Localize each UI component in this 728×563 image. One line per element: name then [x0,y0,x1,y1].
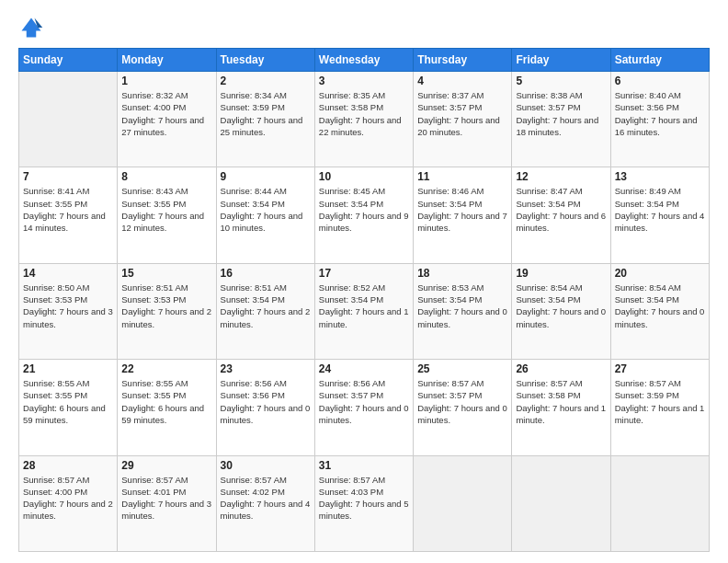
day-number: 26 [516,362,606,375]
calendar: SundayMondayTuesdayWednesdayThursdayFrid… [18,48,710,552]
day-info: Sunrise: 8:37 AM Sunset: 3:57 PM Dayligh… [417,89,507,138]
day-number: 19 [516,267,606,280]
calendar-cell: 14Sunrise: 8:50 AM Sunset: 3:53 PM Dayli… [19,263,118,359]
calendar-cell: 6Sunrise: 8:40 AM Sunset: 3:56 PM Daylig… [610,72,709,167]
day-info: Sunrise: 8:55 AM Sunset: 3:55 PM Dayligh… [121,377,211,426]
weekday-header-tuesday: Tuesday [216,49,314,72]
calendar-cell: 4Sunrise: 8:37 AM Sunset: 3:57 PM Daylig… [414,72,512,167]
calendar-cell: 1Sunrise: 8:32 AM Sunset: 4:00 PM Daylig… [118,72,216,167]
day-number: 24 [319,362,409,375]
calendar-cell: 18Sunrise: 8:53 AM Sunset: 3:54 PM Dayli… [414,263,512,359]
day-info: Sunrise: 8:45 AM Sunset: 3:54 PM Dayligh… [319,185,409,234]
day-info: Sunrise: 8:57 AM Sunset: 4:01 PM Dayligh… [121,474,211,523]
day-info: Sunrise: 8:49 AM Sunset: 3:54 PM Dayligh… [615,185,705,234]
weekday-header-saturday: Saturday [610,49,709,72]
calendar-cell: 11Sunrise: 8:46 AM Sunset: 3:54 PM Dayli… [414,167,512,263]
weekday-header-monday: Monday [118,49,216,72]
calendar-cell: 27Sunrise: 8:57 AM Sunset: 3:59 PM Dayli… [610,360,709,455]
day-number: 1 [121,75,211,87]
weekday-header-thursday: Thursday [414,49,512,72]
calendar-cell: 25Sunrise: 8:57 AM Sunset: 3:57 PM Dayli… [414,360,512,455]
calendar-cell: 30Sunrise: 8:57 AM Sunset: 4:02 PM Dayli… [216,455,314,551]
calendar-cell: 19Sunrise: 8:54 AM Sunset: 3:54 PM Dayli… [512,263,610,359]
weekday-header-sunday: Sunday [19,49,118,72]
day-info: Sunrise: 8:41 AM Sunset: 3:55 PM Dayligh… [23,185,113,234]
day-number: 13 [615,170,705,183]
day-number: 5 [516,75,606,87]
weekday-row: SundayMondayTuesdayWednesdayThursdayFrid… [19,49,710,72]
day-number: 3 [319,75,409,87]
calendar-cell: 15Sunrise: 8:51 AM Sunset: 3:53 PM Dayli… [118,263,216,359]
day-info: Sunrise: 8:57 AM Sunset: 4:02 PM Dayligh… [221,474,311,523]
day-number: 20 [615,267,705,280]
calendar-cell: 2Sunrise: 8:34 AM Sunset: 3:59 PM Daylig… [216,72,314,167]
header [18,15,710,40]
calendar-cell: 10Sunrise: 8:45 AM Sunset: 3:54 PM Dayli… [314,167,413,263]
day-number: 11 [417,170,507,183]
logo [18,15,48,40]
calendar-week-1: 7Sunrise: 8:41 AM Sunset: 3:55 PM Daylig… [19,167,710,263]
day-number: 4 [417,75,507,87]
day-number: 25 [417,362,507,375]
day-info: Sunrise: 8:43 AM Sunset: 3:55 PM Dayligh… [121,185,211,234]
calendar-week-2: 14Sunrise: 8:50 AM Sunset: 3:53 PM Dayli… [19,263,710,359]
calendar-cell: 3Sunrise: 8:35 AM Sunset: 3:58 PM Daylig… [314,72,413,167]
calendar-cell [414,455,512,551]
day-number: 16 [221,267,311,280]
day-info: Sunrise: 8:57 AM Sunset: 4:03 PM Dayligh… [319,474,409,523]
day-number: 17 [319,267,409,280]
calendar-cell: 12Sunrise: 8:47 AM Sunset: 3:54 PM Dayli… [512,167,610,263]
calendar-cell [512,455,610,551]
day-info: Sunrise: 8:51 AM Sunset: 3:54 PM Dayligh… [221,282,311,330]
day-number: 2 [221,75,311,87]
day-info: Sunrise: 8:57 AM Sunset: 3:58 PM Dayligh… [516,377,606,426]
day-info: Sunrise: 8:57 AM Sunset: 4:00 PM Dayligh… [23,474,113,523]
day-info: Sunrise: 8:35 AM Sunset: 3:58 PM Dayligh… [319,89,409,138]
day-number: 8 [121,170,211,183]
day-info: Sunrise: 8:50 AM Sunset: 3:53 PM Dayligh… [23,282,113,330]
day-info: Sunrise: 8:55 AM Sunset: 3:55 PM Dayligh… [23,377,113,426]
day-number: 21 [23,362,113,375]
day-info: Sunrise: 8:51 AM Sunset: 3:53 PM Dayligh… [121,282,211,330]
day-number: 12 [516,170,606,183]
calendar-cell: 17Sunrise: 8:52 AM Sunset: 3:54 PM Dayli… [314,263,413,359]
day-info: Sunrise: 8:38 AM Sunset: 3:57 PM Dayligh… [516,89,606,138]
calendar-cell: 20Sunrise: 8:54 AM Sunset: 3:54 PM Dayli… [610,263,709,359]
day-info: Sunrise: 8:57 AM Sunset: 3:59 PM Dayligh… [615,377,705,426]
calendar-cell: 26Sunrise: 8:57 AM Sunset: 3:58 PM Dayli… [512,360,610,455]
calendar-cell: 5Sunrise: 8:38 AM Sunset: 3:57 PM Daylig… [512,72,610,167]
calendar-cell: 7Sunrise: 8:41 AM Sunset: 3:55 PM Daylig… [19,167,118,263]
weekday-header-friday: Friday [512,49,610,72]
calendar-body: 1Sunrise: 8:32 AM Sunset: 4:00 PM Daylig… [19,72,710,552]
day-number: 9 [221,170,311,183]
calendar-cell [610,455,709,551]
day-info: Sunrise: 8:54 AM Sunset: 3:54 PM Dayligh… [615,282,705,330]
day-info: Sunrise: 8:56 AM Sunset: 3:57 PM Dayligh… [319,377,409,426]
day-number: 10 [319,170,409,183]
calendar-cell: 9Sunrise: 8:44 AM Sunset: 3:54 PM Daylig… [216,167,314,263]
page: SundayMondayTuesdayWednesdayThursdayFrid… [0,0,728,563]
logo-icon [18,15,44,40]
calendar-week-4: 28Sunrise: 8:57 AM Sunset: 4:00 PM Dayli… [19,455,710,551]
day-number: 6 [615,75,705,87]
day-info: Sunrise: 8:32 AM Sunset: 4:00 PM Dayligh… [121,89,211,138]
weekday-header-wednesday: Wednesday [314,49,413,72]
calendar-cell: 29Sunrise: 8:57 AM Sunset: 4:01 PM Dayli… [118,455,216,551]
calendar-cell: 31Sunrise: 8:57 AM Sunset: 4:03 PM Dayli… [314,455,413,551]
day-info: Sunrise: 8:56 AM Sunset: 3:56 PM Dayligh… [221,377,311,426]
day-info: Sunrise: 8:52 AM Sunset: 3:54 PM Dayligh… [319,282,409,330]
calendar-cell: 8Sunrise: 8:43 AM Sunset: 3:55 PM Daylig… [118,167,216,263]
calendar-cell: 28Sunrise: 8:57 AM Sunset: 4:00 PM Dayli… [19,455,118,551]
calendar-week-0: 1Sunrise: 8:32 AM Sunset: 4:00 PM Daylig… [19,72,710,167]
day-number: 18 [417,267,507,280]
day-number: 31 [319,459,409,472]
calendar-cell [19,72,118,167]
day-number: 23 [221,362,311,375]
calendar-cell: 23Sunrise: 8:56 AM Sunset: 3:56 PM Dayli… [216,360,314,455]
day-number: 30 [221,459,311,472]
day-number: 14 [23,267,113,280]
day-number: 29 [121,459,211,472]
day-info: Sunrise: 8:47 AM Sunset: 3:54 PM Dayligh… [516,185,606,234]
calendar-cell: 13Sunrise: 8:49 AM Sunset: 3:54 PM Dayli… [610,167,709,263]
day-number: 27 [615,362,705,375]
